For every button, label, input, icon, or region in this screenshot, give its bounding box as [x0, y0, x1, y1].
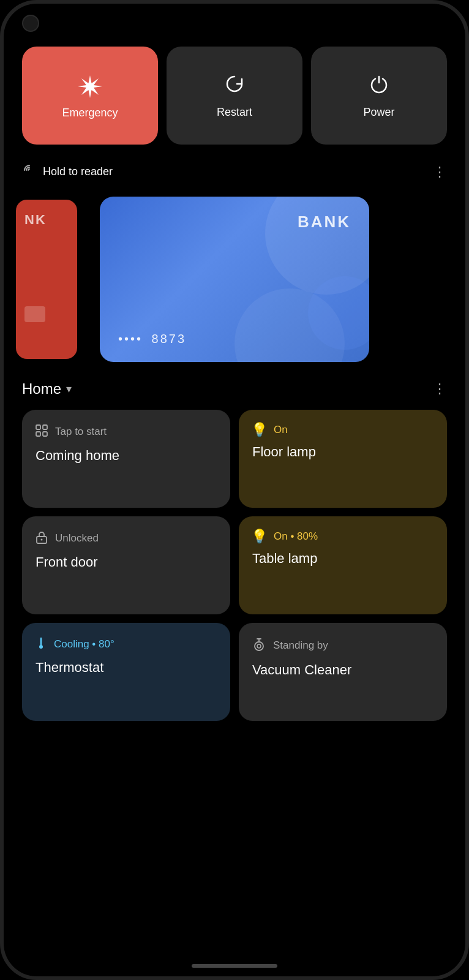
quick-actions-row: Emergency Restart Powe: [4, 32, 465, 157]
card-behind-chip: [24, 306, 45, 322]
tile-thermostat[interactable]: Cooling • 80° Thermostat: [22, 623, 230, 721]
bulb-on-80-icon: 💡: [251, 530, 268, 543]
home-header: Home ▾ ⋮: [22, 380, 447, 398]
nfc-more-button[interactable]: ⋮: [433, 164, 447, 180]
emergency-icon: [76, 72, 104, 100]
home-title-row[interactable]: Home ▾: [22, 380, 72, 398]
tile-coming-home[interactable]: Tap to start Coming home: [22, 410, 230, 508]
tile-table-lamp-status-row: 💡 On • 80%: [251, 530, 435, 543]
svg-rect-3: [43, 432, 47, 436]
tile-floor-lamp-status: On: [274, 424, 288, 436]
svg-point-8: [255, 642, 263, 650]
bulb-on-icon: 💡: [251, 423, 268, 437]
tile-vacuum-status-row: Standing by: [251, 636, 435, 655]
tile-thermostat-status-row: Cooling • 80°: [34, 636, 218, 652]
tile-coming-home-status: Tap to start: [55, 426, 107, 438]
camera-area: [4, 4, 465, 32]
home-more-button[interactable]: ⋮: [433, 381, 447, 397]
phone-screen: Emergency Restart Powe: [4, 4, 465, 976]
tile-vacuum[interactable]: Standing by Vacuum Cleaner: [239, 623, 447, 721]
tile-front-door-name: Front door: [34, 554, 218, 570]
tile-floor-lamp[interactable]: 💡 On Floor lamp: [239, 410, 447, 508]
svg-rect-7: [40, 638, 42, 647]
home-bar: [4, 952, 465, 976]
tile-coming-home-status-row: Tap to start: [34, 423, 218, 440]
tile-vacuum-name: Vacuum Cleaner: [251, 662, 435, 678]
svg-rect-1: [43, 425, 47, 429]
card-last-digits: 8873: [152, 332, 187, 345]
svg-rect-2: [36, 432, 40, 436]
tile-front-door-status-row: Unlocked: [34, 530, 218, 547]
tile-front-door-status: Unlocked: [55, 532, 99, 545]
front-camera: [22, 15, 39, 32]
home-title: Home: [22, 380, 61, 398]
tiles-grid: Tap to start Coming home 💡 On Floor lamp: [22, 410, 447, 721]
nfc-header: Hold to reader ⋮: [22, 163, 447, 181]
card-dots: ••••: [118, 332, 143, 345]
tile-table-lamp[interactable]: 💡 On • 80% Table lamp: [239, 516, 447, 614]
card-container: NK BANK •••• 8873: [22, 190, 447, 368]
tile-floor-lamp-status-row: 💡 On: [251, 423, 435, 437]
nfc-title: Hold to reader: [43, 165, 113, 178]
svg-rect-0: [36, 425, 40, 429]
phone-frame: Emergency Restart Powe: [0, 0, 469, 980]
tile-table-lamp-status: On • 80%: [274, 530, 318, 543]
emergency-label: Emergency: [62, 107, 118, 119]
svg-point-9: [257, 644, 261, 648]
restart-button[interactable]: Restart: [167, 47, 302, 145]
nfc-title-row: Hold to reader: [22, 163, 113, 181]
tile-front-door[interactable]: Unlocked Front door: [22, 516, 230, 614]
vacuum-icon: [251, 636, 267, 655]
tile-thermostat-status: Cooling • 80°: [54, 638, 114, 650]
power-button[interactable]: Power: [311, 47, 447, 145]
restart-icon: [223, 73, 246, 100]
home-section: Home ▾ ⋮: [4, 368, 465, 952]
tile-vacuum-status: Standing by: [273, 639, 328, 652]
thermometer-icon: [34, 636, 48, 652]
card-behind-text: NK: [24, 212, 47, 228]
emergency-button[interactable]: Emergency: [22, 47, 158, 145]
tile-floor-lamp-name: Floor lamp: [251, 444, 435, 460]
svg-point-5: [41, 539, 43, 541]
lock-icon: [34, 530, 49, 547]
tile-coming-home-name: Coming home: [34, 448, 218, 464]
power-label: Power: [363, 106, 394, 119]
card-behind: NK: [16, 200, 77, 359]
card-number: •••• 8873: [118, 332, 351, 346]
bank-card[interactable]: BANK •••• 8873: [100, 197, 369, 362]
restart-label: Restart: [217, 106, 252, 119]
home-bar-line: [192, 964, 277, 968]
nfc-waves-icon: [22, 163, 37, 181]
routine-icon: [34, 423, 49, 440]
tile-table-lamp-name: Table lamp: [251, 551, 435, 567]
tile-thermostat-name: Thermostat: [34, 660, 218, 676]
nfc-section: Hold to reader ⋮ NK BANK ••••: [4, 157, 465, 368]
home-chevron-icon: ▾: [66, 382, 72, 396]
power-icon: [368, 73, 390, 100]
card-bank-name: BANK: [118, 213, 351, 232]
